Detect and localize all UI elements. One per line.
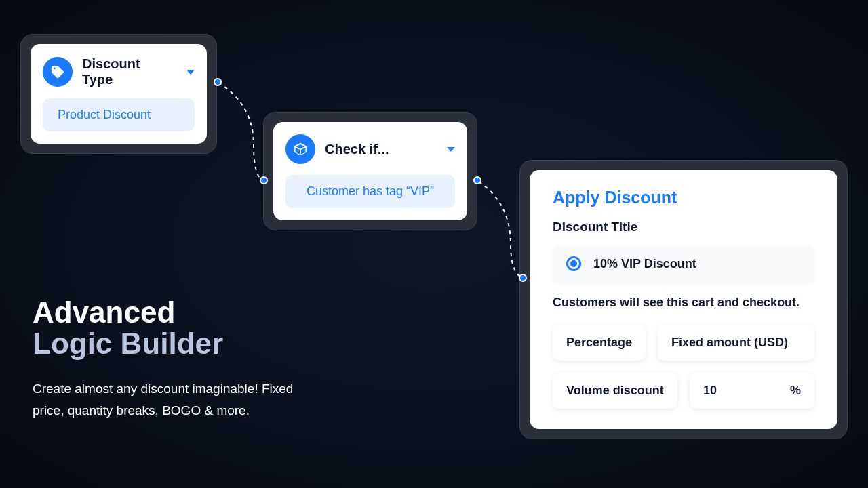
discount-title-label: Discount Title — [553, 220, 814, 235]
connection-dot — [260, 176, 268, 184]
node-title: Discount Type — [82, 56, 172, 87]
volume-discount-option[interactable]: Volume discount — [553, 373, 677, 409]
connection-dot — [519, 274, 527, 282]
discount-type-pill[interactable]: Product Discount — [43, 98, 195, 131]
headline-area: Advanced Logic Builder Create almost any… — [33, 297, 317, 421]
connection-dot — [214, 78, 222, 86]
discount-unit: % — [790, 384, 801, 398]
percentage-option[interactable]: Percentage — [553, 325, 646, 361]
discount-value-input[interactable]: 10 % — [690, 373, 814, 409]
connection-dot — [473, 176, 481, 184]
panel-title: Apply Discount — [553, 188, 814, 207]
radio-selected-icon — [566, 256, 581, 271]
radio-label: 10% VIP Discount — [593, 257, 696, 271]
headline-line1: Advanced — [33, 297, 317, 328]
tag-icon — [43, 57, 73, 87]
node-title: Check if... — [325, 142, 432, 157]
chevron-down-icon[interactable] — [447, 147, 455, 152]
chevron-down-icon[interactable] — [186, 70, 195, 75]
headline-subtext: Create almost any discount imaginable! F… — [33, 378, 317, 421]
package-icon — [285, 134, 315, 164]
headline-line2: Logic Builder — [33, 328, 317, 359]
discount-type-node[interactable]: Discount Type Product Discount — [20, 34, 217, 154]
condition-pill[interactable]: Customer has tag “VIP” — [285, 175, 455, 208]
discount-value: 10 — [703, 384, 717, 398]
fixed-amount-option[interactable]: Fixed amount (USD) — [658, 325, 814, 361]
discount-title-option[interactable]: 10% VIP Discount — [553, 245, 814, 282]
apply-discount-panel: Apply Discount Discount Title 10% VIP Di… — [519, 160, 848, 439]
help-text: Customers will see this cart and checkou… — [553, 296, 814, 310]
check-if-node[interactable]: Check if... Customer has tag “VIP” — [263, 112, 477, 230]
